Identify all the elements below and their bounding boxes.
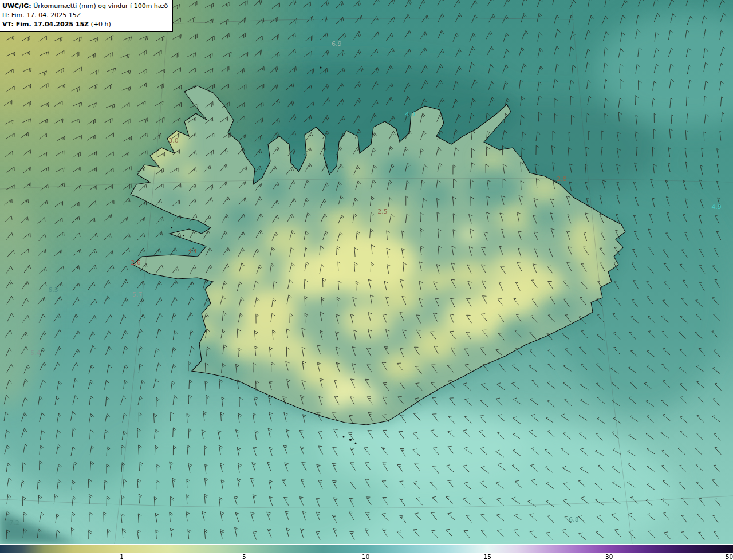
colorbar-tick: 30 <box>605 553 613 560</box>
colorbar-gradient <box>0 545 733 553</box>
colorbar: 1510153050 <box>0 544 733 560</box>
wind-barbs-layer <box>0 0 733 544</box>
title-box: UWC/IG: Úrkomumætti (mm) og vindur í 100… <box>0 0 173 32</box>
title-line: UWC/IG: Úrkomumætti (mm) og vindur í 100… <box>2 2 168 11</box>
valid-time: VT: Fim. 17.04.2025 15Z (+0 h) <box>2 20 168 29</box>
map-title: Úrkomumætti (mm) og vindur í 100m hæð <box>33 2 168 10</box>
weather-chart: 6.94.03.02.84.92.53.12.66.35.75.47.26.8 … <box>0 0 733 560</box>
colorbar-tick: 50 <box>726 553 733 560</box>
init-time: IT: Fim. 17. 04. 2025 15Z <box>2 11 168 20</box>
colorbar-tick: 10 <box>362 553 369 560</box>
colorbar-tick-row: 1510153050 <box>0 553 733 560</box>
product-code: UWC/IG: <box>2 2 31 10</box>
colorbar-tick: 15 <box>484 553 491 560</box>
map-area: 6.94.03.02.84.92.53.12.66.35.75.47.26.8 … <box>0 0 733 544</box>
colorbar-tick: 1 <box>120 553 124 560</box>
colorbar-tick: 5 <box>242 553 246 560</box>
